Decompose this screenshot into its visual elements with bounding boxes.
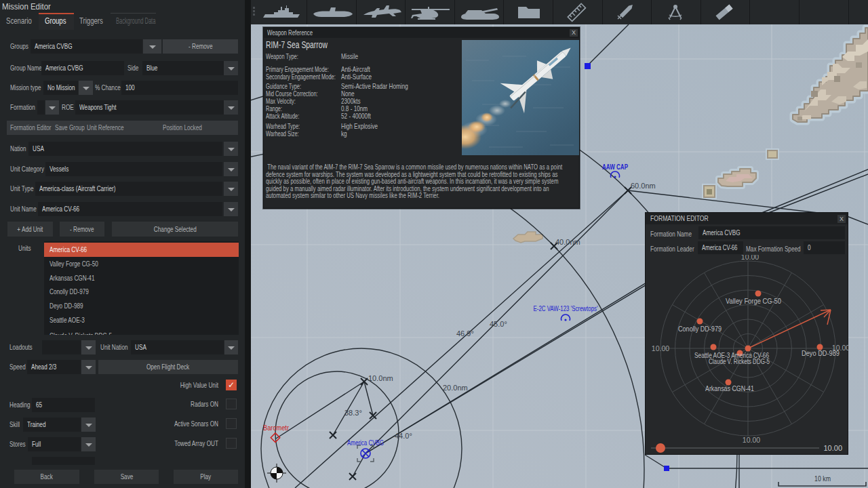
svg-text:45.0°: 45.0°	[490, 320, 507, 328]
svg-text:Barometr: Barometr	[263, 424, 289, 432]
svg-text:E-2C VAW-123 'Screwtops': E-2C VAW-123 'Screwtops'	[534, 304, 598, 312]
svg-text:10.00: 10.00	[743, 436, 760, 444]
svg-text:46.9°: 46.9°	[456, 329, 474, 338]
svg-text:Deyo DD-989: Deyo DD-989	[802, 349, 840, 357]
svg-text:Valley Forge CG-50: Valley Forge CG-50	[726, 297, 781, 305]
svg-text:40.0nm: 40.0nm	[555, 238, 580, 246]
svg-text:38.3°: 38.3°	[344, 409, 362, 417]
svg-text:10.00: 10.00	[652, 344, 669, 352]
svg-text:44.0°: 44.0°	[395, 432, 412, 440]
svg-text:Conolly DD-979: Conolly DD-979	[678, 325, 722, 333]
svg-text:AAW CAP: AAW CAP	[602, 163, 628, 171]
svg-text:America CVBG: America CVBG	[347, 439, 384, 447]
svg-text:10.00: 10.00	[741, 255, 759, 261]
svg-text:20.0nm: 20.0nm	[443, 384, 468, 392]
svg-text:Arkansas CGN-41: Arkansas CGN-41	[705, 384, 754, 392]
svg-text:60.0nm: 60.0nm	[631, 182, 656, 190]
svg-text:10 km: 10 km	[814, 474, 831, 483]
svg-text:10.0nm: 10.0nm	[368, 374, 393, 382]
svg-text:Claude V. Rickets DDG-5: Claude V. Rickets DDG-5	[709, 357, 770, 365]
